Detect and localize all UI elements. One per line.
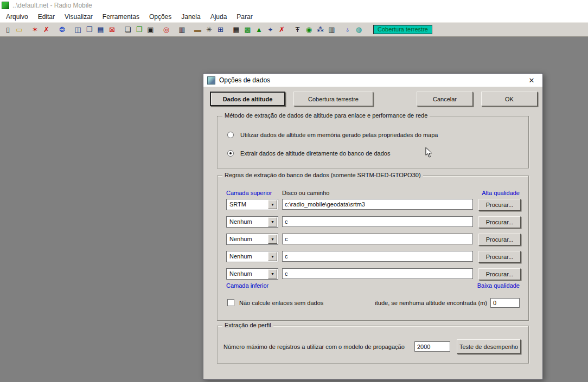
tab-land-cover[interactable]: Cobertura terrestre	[293, 92, 373, 106]
tab-elevation-data[interactable]: Dados de altitude	[210, 92, 285, 106]
copy-icon[interactable]: ❏	[122, 24, 133, 35]
route-icon[interactable]: ▲	[253, 24, 265, 35]
chevron-down-icon[interactable]: ▼	[268, 235, 277, 244]
menu-ferramentas[interactable]: Ferramentas	[98, 12, 144, 22]
default-altitude-label: itude, se nenhuma altitude encontrada (m…	[375, 300, 487, 306]
max-records-input[interactable]	[414, 341, 450, 352]
menu-opcoes[interactable]: Opções	[144, 12, 176, 22]
layer-select-2[interactable]: Nenhum ▼	[226, 216, 278, 228]
extraction-row-4: Nenhum ▼ Procurar...	[218, 251, 528, 263]
extraction-row-5: Nenhum ▼ Procurar...	[218, 268, 528, 280]
dialog-icon	[207, 76, 215, 85]
top-layer-label: Camada superior	[226, 190, 272, 196]
chevron-down-icon[interactable]: ▼	[268, 200, 277, 209]
radio-memory[interactable]	[227, 132, 234, 138]
copy-add-icon[interactable]: ❐	[133, 24, 145, 35]
max-records-label: Número máximo de registros a utilizar co…	[223, 344, 405, 350]
best-site-icon[interactable]: ◉	[303, 24, 315, 35]
world-map-icon[interactable]: ♁	[342, 24, 353, 35]
window-titlebar[interactable]: ..\default.net - Radio Mobile	[0, 0, 588, 11]
menu-arquivo[interactable]: Arquivo	[1, 12, 33, 22]
layer-select-3[interactable]: Nenhum ▼	[226, 234, 278, 245]
data-options-dialog: Opções de dados ✕ Dados de altitude Cobe…	[203, 73, 543, 380]
close-icon[interactable]: ✕	[523, 74, 540, 86]
method-group: Método de extração de dados de altitude …	[217, 116, 529, 169]
dialog-titlebar[interactable]: Opções de dados ✕	[203, 74, 542, 87]
rules-group-legend: Regras de extração do banco de dados (so…	[222, 172, 423, 178]
low-quality-label: Baixa qualidade	[477, 282, 520, 289]
path-input-5[interactable]	[282, 268, 473, 279]
toolbar-separator	[188, 24, 192, 35]
path-input-4[interactable]	[282, 251, 473, 262]
layer-select-5[interactable]: Nenhum ▼	[226, 268, 278, 280]
performance-test-button[interactable]: Teste de desempenho	[457, 339, 521, 354]
toolbar-separator	[156, 24, 161, 35]
tile-windows-icon[interactable]: ◫	[72, 24, 84, 35]
extraction-row-2: Nenhum ▼ Procurar...	[218, 216, 528, 228]
browse-button-4[interactable]: Procurar...	[478, 251, 521, 263]
chevron-down-icon[interactable]: ▼	[268, 217, 277, 226]
ok-button[interactable]: OK	[481, 92, 538, 106]
toolbar-separator	[337, 24, 342, 35]
status-badge: Cobertura terrestre	[373, 25, 432, 34]
layer-select-1[interactable]: SRTM ▼	[226, 199, 278, 210]
chevron-down-icon[interactable]: ▼	[268, 269, 277, 279]
paste-icon[interactable]: ▣	[145, 24, 156, 35]
default-altitude-input[interactable]	[490, 298, 520, 308]
new-window-icon[interactable]: ❐	[84, 24, 95, 35]
layer-select-4-value: Nenhum	[229, 253, 252, 260]
open-network-icon[interactable]: ▭	[14, 24, 25, 35]
menu-ajuda[interactable]: Ajuda	[206, 12, 232, 22]
extraction-row-1: SRTM ▼ Procurar...	[218, 199, 528, 211]
menu-janela[interactable]: Janela	[176, 12, 205, 22]
menu-editar[interactable]: Editar	[33, 12, 60, 22]
browse-button-5[interactable]: Procurar...	[478, 268, 521, 280]
browse-button-2[interactable]: Procurar...	[478, 216, 521, 228]
frame-icon[interactable]: ▦	[231, 24, 242, 35]
profile-group-legend: Extração de perfil	[222, 322, 273, 328]
fence-icon[interactable]: ▥	[326, 24, 337, 35]
path-input-2[interactable]	[282, 216, 473, 227]
no-links-checkbox[interactable]	[227, 299, 234, 306]
browse-button-3[interactable]: Procurar...	[478, 234, 521, 245]
selection-icon[interactable]: ⌖	[265, 24, 276, 35]
grid-edit-icon[interactable]: ⊞	[215, 24, 226, 35]
mouse-cursor	[425, 147, 432, 160]
dialog-title: Opções de dados	[219, 76, 270, 84]
target-icon[interactable]: ◎	[161, 24, 172, 35]
antenna-icon[interactable]: Ŧ	[292, 24, 303, 35]
ruler-icon[interactable]: ▬	[192, 24, 203, 35]
coverage-icon[interactable]: ▩	[242, 24, 253, 35]
toolbar-separator	[172, 24, 176, 35]
radio-database[interactable]	[227, 150, 234, 157]
toolbar-separator	[118, 24, 122, 35]
antenna-pattern-icon[interactable]: ✳	[203, 24, 215, 35]
compass-icon[interactable]: ❂	[56, 24, 68, 35]
geodata-icon[interactable]: ◍	[353, 24, 365, 35]
method-group-legend: Método de extração de dados de altitude …	[222, 112, 430, 119]
menu-parar[interactable]: Parar	[232, 12, 257, 22]
window-title: ..\default.net - Radio Mobile	[12, 2, 92, 9]
legend-icon[interactable]: ▥	[176, 24, 188, 35]
layer-select-2-value: Nenhum	[229, 218, 252, 225]
toolbar-separator	[25, 24, 29, 35]
layer-select-5-value: Nenhum	[229, 270, 252, 277]
chevron-down-icon[interactable]: ▼	[268, 252, 277, 261]
toolbar-separator	[52, 24, 56, 35]
delete-unit-icon[interactable]: ✗	[41, 24, 52, 35]
app-icon	[2, 2, 9, 9]
interference-icon[interactable]: ⁂	[315, 24, 326, 35]
close-window-icon[interactable]: ⊠	[106, 24, 118, 35]
networks-icon[interactable]: ✶	[29, 24, 41, 35]
path-input-3[interactable]	[282, 234, 473, 244]
menu-visualizar[interactable]: Visualizar	[60, 12, 98, 22]
menu-bar: Arquivo Editar Visualizar Ferramentas Op…	[0, 11, 588, 22]
layer-select-4[interactable]: Nenhum ▼	[226, 251, 278, 262]
browse-button-1[interactable]: Procurar...	[478, 199, 521, 211]
radio-memory-label: Utilizar dados de altitude em memória ge…	[240, 132, 438, 138]
delete-coverage-icon[interactable]: ✗	[276, 24, 287, 35]
new-network-icon[interactable]: ▯	[2, 24, 14, 35]
cancel-button[interactable]: Cancelar	[417, 92, 473, 106]
save-picture-icon[interactable]: ▤	[95, 24, 106, 35]
path-input-1[interactable]	[282, 199, 473, 210]
